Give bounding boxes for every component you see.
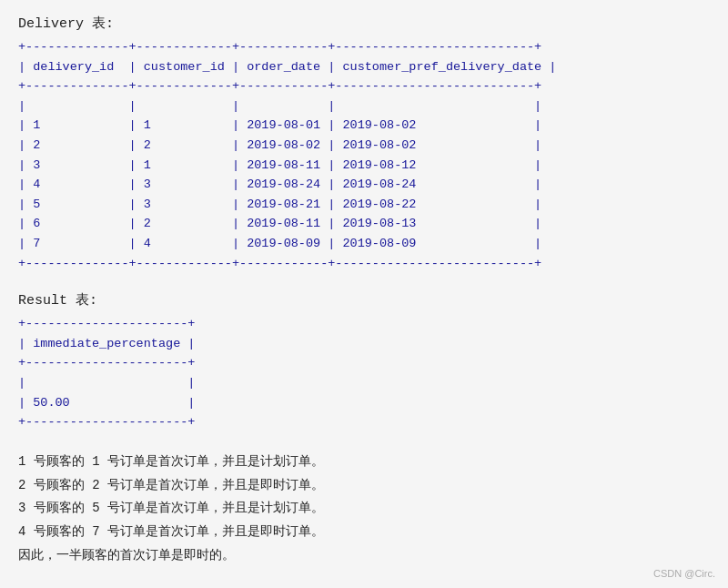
result-section: Result 表: +----------------------+| imme… xyxy=(18,291,710,432)
table-line: +----------------------+ xyxy=(18,314,710,334)
explanation-block: 1 号顾客的 1 号订单是首次订单，并且是计划订单。2 号顾客的 2 号订单是首… xyxy=(18,451,710,568)
table-line: | 6 | 2 | 2019-08-11 | 2019-08-13 | xyxy=(18,214,710,234)
table-line: +--------------+-------------+----------… xyxy=(18,76,710,96)
explanation-line: 4 号顾客的 7 号订单是首次订单，并且是即时订单。 xyxy=(18,521,710,544)
table-line: | 1 | 1 | 2019-08-01 | 2019-08-02 | xyxy=(18,116,710,136)
table-line: | 50.00 | xyxy=(18,393,710,413)
explanation-line: 1 号顾客的 1 号订单是首次订单，并且是计划订单。 xyxy=(18,451,710,474)
table-line: | 2 | 2 | 2019-08-02 | 2019-08-02 | xyxy=(18,136,710,156)
explanation-line: 因此，一半顾客的首次订单是即时的。 xyxy=(18,544,710,568)
delivery-table: +--------------+-------------+----------… xyxy=(18,37,710,273)
table-line: | | xyxy=(18,373,710,393)
explanation-line: 3 号顾客的 5 号订单是首次订单，并且是计划订单。 xyxy=(18,497,710,521)
delivery-title: Delivery 表: xyxy=(18,15,710,32)
table-line: | | | | | xyxy=(18,96,710,117)
table-line: | 3 | 1 | 2019-08-11 | 2019-08-12 | xyxy=(18,156,710,176)
table-line: | delivery_id | customer_id | order_date… xyxy=(18,57,710,77)
table-line: +----------------------+ xyxy=(18,353,710,373)
table-line: +----------------------+ xyxy=(18,412,710,432)
table-line: | 5 | 3 | 2019-08-21 | 2019-08-22 | xyxy=(18,195,710,215)
result-table: +----------------------+| immediate_perc… xyxy=(18,314,710,432)
table-line: +--------------+-------------+----------… xyxy=(18,37,710,57)
delivery-section: Delivery 表: +--------------+------------… xyxy=(18,15,710,273)
table-line: | 7 | 4 | 2019-08-09 | 2019-08-09 | xyxy=(18,234,710,254)
explanation-line: 2 号顾客的 2 号订单是首次订单，并且是即时订单。 xyxy=(18,474,710,498)
table-line: +--------------+-------------+----------… xyxy=(18,254,710,274)
result-title: Result 表: xyxy=(18,291,710,309)
table-line: | 4 | 3 | 2019-08-24 | 2019-08-24 | xyxy=(18,175,710,195)
watermark: CSDN @Circ. xyxy=(653,568,715,579)
table-line: | immediate_percentage | xyxy=(18,334,710,354)
